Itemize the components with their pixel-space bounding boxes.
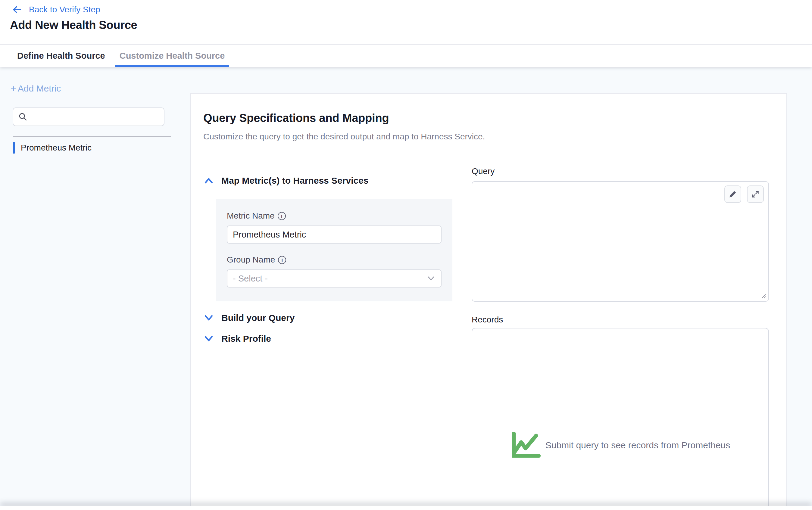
section-build-query-toggle[interactable]: Build your Query [204, 313, 295, 323]
active-tab-indicator [115, 65, 230, 67]
pencil-icon [729, 190, 737, 199]
tab-customize-health-source[interactable]: Customize Health Source [115, 44, 230, 67]
back-to-verify-step-link[interactable]: Back to Verify Step [11, 5, 100, 14]
line-chart-icon [511, 432, 541, 459]
chevron-down-icon [204, 335, 213, 342]
plus-icon: + [10, 83, 17, 94]
query-label: Query [472, 167, 495, 176]
section-map-metrics-toggle[interactable]: Map Metric(s) to Harness Services [204, 176, 369, 186]
maximize-icon [751, 190, 760, 199]
records-label: Records [472, 315, 503, 325]
info-icon[interactable]: i [278, 212, 286, 220]
metric-search-input[interactable] [31, 108, 164, 125]
records-box: Submit query to see records from Prometh… [472, 328, 769, 510]
info-icon[interactable]: i [278, 256, 286, 264]
query-specifications-card: Query Specifications and Mapping Customi… [190, 93, 787, 510]
sidebar-divider [13, 137, 171, 137]
tab-customize-label: Customize Health Source [120, 51, 225, 61]
add-health-source-page: Back to Verify Step Add New Health Sourc… [0, 0, 812, 510]
query-textarea[interactable] [472, 182, 768, 301]
group-name-label: Group Name [227, 255, 275, 265]
group-name-placeholder: - Select - [233, 274, 268, 283]
card-divider [191, 152, 786, 152]
add-metric-button[interactable]: + Add Metric [10, 83, 61, 94]
chevron-down-icon [427, 275, 436, 282]
tab-define-health-source[interactable]: Define Health Source [13, 44, 110, 67]
resize-handle[interactable] [759, 292, 766, 299]
edit-query-button[interactable] [724, 185, 741, 203]
search-icon [18, 112, 28, 122]
metric-name-label: Metric Name [227, 211, 275, 221]
back-link-label: Back to Verify Step [29, 5, 100, 14]
page-header: Back to Verify Step Add New Health Sourc… [0, 0, 812, 44]
add-metric-label: Add Metric [18, 83, 61, 94]
map-metric-form-panel: Metric Name i Group Name i - Select - [216, 199, 453, 301]
footer-strip [0, 506, 812, 510]
records-empty-state: Submit query to see records from Prometh… [472, 430, 768, 460]
arrow-left-icon [11, 5, 22, 14]
sidebar-item-prometheus-metric[interactable]: Prometheus Metric [13, 140, 92, 155]
chevron-up-icon [204, 177, 213, 184]
metrics-sidebar: + Add Metric Prometheus Metric [0, 67, 190, 510]
page-title: Add New Health Source [10, 19, 137, 32]
chevron-down-icon [204, 314, 213, 322]
query-editor-box [472, 181, 769, 302]
tab-define-label: Define Health Source [17, 51, 105, 61]
metric-item-label: Prometheus Metric [21, 143, 92, 153]
section-risk-profile-label: Risk Profile [221, 334, 271, 344]
card-title: Query Specifications and Mapping [203, 112, 389, 125]
section-risk-profile-toggle[interactable]: Risk Profile [204, 334, 271, 344]
section-build-query-label: Build your Query [221, 313, 295, 323]
records-empty-message: Submit query to see records from Prometh… [546, 440, 730, 450]
section-map-metrics-label: Map Metric(s) to Harness Services [221, 176, 369, 186]
selected-item-indicator [13, 142, 15, 154]
card-subtitle: Customize the query to get the desired o… [203, 132, 485, 142]
metric-name-input[interactable] [227, 226, 441, 244]
expand-query-button[interactable] [747, 185, 764, 203]
metric-search-box [13, 108, 165, 126]
wizard-tabbar: Define Health Source Customize Health So… [0, 44, 812, 67]
content-area: + Add Metric Prometheus Metric Query Spe… [0, 67, 812, 510]
group-name-select[interactable]: - Select - [227, 269, 441, 288]
